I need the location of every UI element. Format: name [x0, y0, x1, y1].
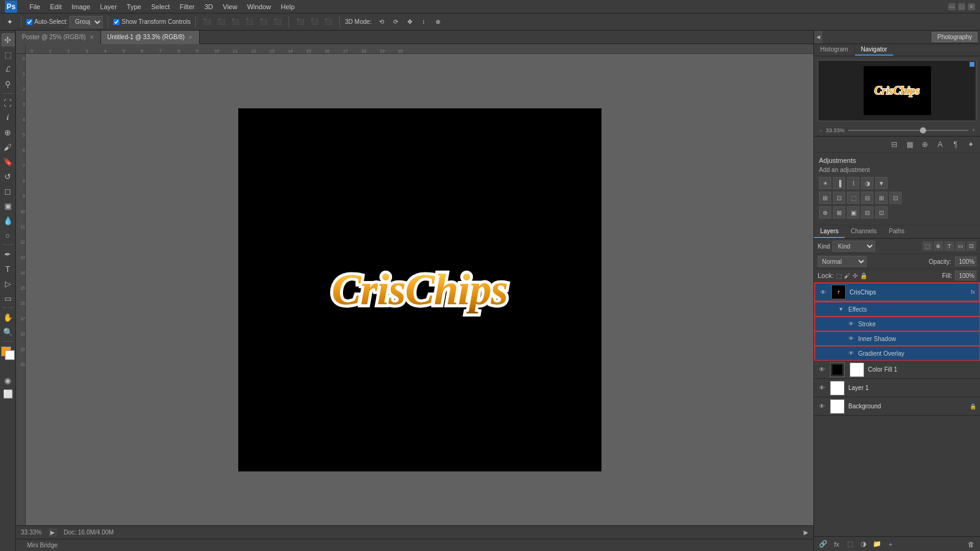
adj-gradient-map[interactable]: ⊟ [861, 206, 873, 219]
eraser-tool[interactable]: ◻ [1, 184, 15, 198]
quick-mask-tool[interactable]: ◉ [1, 373, 15, 387]
shape-tool[interactable]: ▭ [1, 291, 15, 305]
menu-window[interactable]: Window [247, 3, 271, 10]
3d-slide-icon[interactable]: ↕ [418, 16, 430, 28]
lasso-tool[interactable]: 𝓛 [1, 62, 15, 76]
navigator-tab[interactable]: Navigator [855, 44, 894, 56]
auto-select-check[interactable] [26, 19, 32, 25]
align-right-icon[interactable]: ⬛ [229, 16, 241, 28]
right-tool-6[interactable]: ✦ [964, 138, 978, 151]
menu-help[interactable]: Help [281, 3, 295, 10]
fill-input[interactable] [955, 271, 976, 280]
adj-threshold[interactable]: ▣ [847, 206, 859, 219]
gradient-tool[interactable]: ▣ [1, 199, 15, 212]
tab-poster-close[interactable]: ✕ [89, 34, 94, 40]
status-icon[interactable]: ▶ [49, 529, 56, 536]
distrib-right-icon[interactable]: ⬛ [322, 16, 334, 28]
paths-tab[interactable]: Paths [883, 225, 911, 238]
sublayer-inner-shadow-vis[interactable]: 👁 [847, 335, 854, 342]
menu-edit[interactable]: Edit [50, 3, 62, 10]
adj-vibrance[interactable]: ▼ [875, 177, 888, 189]
filter-smart-icon[interactable]: ⊡ [967, 241, 976, 251]
adj-levels[interactable]: ▐ [833, 177, 845, 189]
adj-selective-color[interactable]: ⊡ [875, 206, 888, 219]
adj-exposure[interactable]: ◑ [861, 177, 873, 189]
minimize-button[interactable]: — [948, 3, 956, 10]
align-top-icon[interactable]: ⬛ [243, 16, 255, 28]
layer-bg-vis[interactable]: 👁 [818, 402, 826, 411]
sublayer-inner-shadow[interactable]: 👁 Inner Shadow [814, 331, 980, 346]
filter-type-icon[interactable]: T [944, 241, 954, 251]
distrib-center-icon[interactable]: ⬛ [308, 16, 320, 28]
adj-curves[interactable]: ⌇ [847, 177, 859, 189]
menu-3d[interactable]: 3D [205, 3, 213, 10]
menu-select[interactable]: Select [151, 3, 170, 10]
filter-shape-icon[interactable]: ▭ [956, 241, 965, 251]
histogram-tab[interactable]: Histogram [814, 44, 855, 56]
adj-hsl[interactable]: ⊞ [819, 192, 831, 204]
text-tool[interactable]: T [1, 262, 15, 276]
menu-file[interactable]: File [29, 3, 40, 10]
adj-invert[interactable]: ⊕ [819, 206, 831, 219]
brush-tool[interactable]: 🖌 [1, 140, 15, 154]
blend-mode-dropdown[interactable]: Normal [818, 256, 867, 267]
right-tool-5[interactable]: ¶ [949, 138, 962, 151]
adj-brightness[interactable]: ☀ [819, 177, 831, 189]
adj-photo-filter[interactable]: ⊟ [861, 192, 873, 204]
sublayer-effects-toggle[interactable]: ▼ [837, 305, 845, 313]
path-select-tool[interactable]: ▷ [1, 277, 15, 290]
align-middle-icon[interactable]: ⬛ [257, 16, 270, 28]
sublayer-effects[interactable]: ▼ Effects [814, 302, 980, 317]
zoom-out-icon[interactable]: − [819, 127, 822, 133]
menu-view[interactable]: View [223, 3, 238, 10]
right-tool-3[interactable]: ⊕ [918, 138, 932, 151]
zoom-tool[interactable]: 🔍 [1, 325, 15, 339]
adj-color-balance[interactable]: ⊡ [833, 192, 845, 204]
sublayer-stroke-vis[interactable]: 👁 [847, 320, 854, 328]
align-bottom-icon[interactable]: ⬛ [271, 16, 284, 28]
zoom-in-icon[interactable]: + [972, 127, 975, 133]
menu-layer[interactable]: Layer [100, 3, 117, 10]
show-transform-check[interactable] [113, 19, 119, 25]
3d-roll-icon[interactable]: ⟳ [390, 16, 402, 28]
sublayer-stroke[interactable]: 👁 Stroke [814, 317, 980, 331]
eyedropper-tool[interactable]: 𝒊 [1, 111, 15, 124]
3d-pan-icon[interactable]: ✥ [404, 16, 416, 28]
magic-wand-tool[interactable]: ⚲ [1, 77, 15, 91]
canvas-scroll[interactable]: CrisChips CrisChips [26, 54, 813, 525]
sublayer-gradient-overlay[interactable]: 👁 Gradient Overlay [814, 346, 980, 361]
add-layer-icon[interactable]: + [885, 539, 896, 550]
maximize-button[interactable]: □ [958, 3, 965, 10]
layers-tab[interactable]: Layers [814, 225, 845, 238]
add-adjustment-icon[interactable]: ◑ [858, 539, 869, 550]
adj-posterize[interactable]: ⊠ [833, 206, 845, 219]
background-color[interactable] [5, 350, 15, 360]
tab-untitled-close[interactable]: ✕ [188, 34, 193, 40]
select-tool[interactable]: ⬚ [1, 48, 15, 61]
layer-color-fill[interactable]: 👁 Color Fill 1 [814, 361, 980, 379]
lock-all-icon[interactable]: 🔒 [860, 272, 867, 279]
tab-untitled[interactable]: Untitled-1 @ 33.3% (RGB/8) ✕ [101, 31, 200, 44]
collapse-panels-btn[interactable]: ◀ [814, 31, 823, 43]
move-tool[interactable]: ✣ [1, 33, 15, 47]
move-tool-icon[interactable]: ✦ [4, 16, 16, 28]
lock-transparent-icon[interactable]: ⬚ [836, 272, 842, 279]
channels-tab[interactable]: Channels [845, 225, 883, 238]
close-button[interactable]: ✕ [968, 3, 975, 10]
clone-stamp-tool[interactable]: 🔖 [1, 155, 15, 168]
adj-channel-mixer[interactable]: ⊞ [875, 192, 888, 204]
add-style-icon[interactable]: fx [831, 539, 842, 550]
screen-mode-tool[interactable]: ⬜ [1, 387, 15, 400]
layer-crischips-vis[interactable]: 👁 [819, 288, 827, 296]
add-group-icon[interactable]: 📁 [872, 539, 883, 550]
hand-tool[interactable]: ✋ [1, 310, 15, 324]
align-left-icon[interactable]: ⬛ [201, 16, 213, 28]
layer-background[interactable]: 👁 Background 🔒 [814, 397, 980, 416]
layer-1-vis[interactable]: 👁 [818, 384, 826, 392]
layer-fx-icon[interactable]: fx [971, 289, 975, 295]
menu-type[interactable]: Type [127, 3, 141, 10]
opacity-input[interactable] [955, 257, 976, 266]
show-transform-checkbox[interactable]: Show Transform Controls [113, 18, 190, 25]
layer-crischips[interactable]: 👁 T CrisChips fx [814, 282, 980, 302]
zoom-slider-thumb[interactable] [920, 127, 926, 133]
